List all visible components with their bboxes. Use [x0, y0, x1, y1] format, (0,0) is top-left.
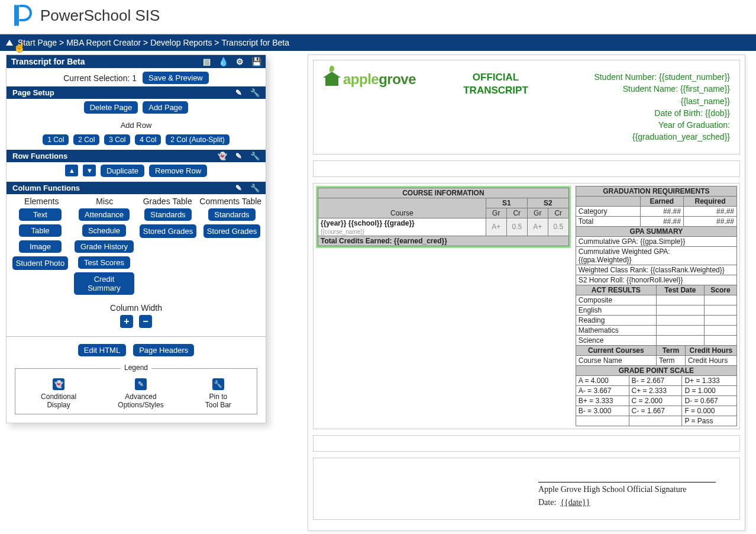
wrench-icon[interactable]: 🔧 [250, 88, 260, 97]
preview-spacer-1 [313, 160, 740, 177]
signature-section: Apple Grove High School Official Signatu… [313, 458, 740, 520]
app-title: PowerSchool SIS [40, 7, 160, 25]
breadcrumb-current[interactable]: Transcript for Beta [221, 38, 289, 47]
legend-advanced: ✎ Advanced Options/Styles [118, 378, 163, 409]
column-functions-bar: Column Functions ✎ 🔧 [7, 182, 266, 194]
delete-page-button[interactable]: Delete Page [84, 101, 138, 114]
element-table-button[interactable]: Table [19, 224, 62, 237]
preview-header-section: applegrove OFFICIAL TRANSCRIPT Student N… [313, 60, 740, 155]
element-image-button[interactable]: Image [19, 240, 62, 253]
comments-standards-button[interactable]: Standards [208, 208, 255, 221]
conditional-icon[interactable]: 👻 [218, 152, 227, 160]
course-info-table: COURSE INFORMATION Course S1 S2 Gr Cr Gr… [316, 186, 571, 248]
element-student-photo-button[interactable]: Student Photo [12, 256, 68, 270]
gear-icon[interactable]: ⚙ [235, 57, 244, 66]
current-selection-label: Current Selection: 1 [63, 73, 137, 83]
page-setup-bar: Page Setup ✎ 🔧 [7, 86, 266, 99]
pencil-icon-2[interactable]: ✎ [235, 152, 242, 160]
grades-stored-button[interactable]: Stored Grades [140, 224, 197, 238]
element-text-button[interactable]: Text [19, 208, 62, 221]
legend-title: Legend [121, 363, 151, 372]
col-auto-button[interactable]: 2 Col (Auto-Split) [166, 134, 229, 145]
wrench-icon-2[interactable]: 🔧 [250, 152, 260, 160]
wrench-icon-3[interactable]: 🔧 [250, 184, 260, 192]
save-icon[interactable]: 💾 [251, 57, 261, 66]
house-icon [323, 72, 341, 87]
breadcrumb-collapse-icon[interactable] [6, 40, 13, 46]
current-courses-table: Current Courses Term Credit Hours Course… [576, 345, 737, 366]
row-functions-bar: Row Functions 👻 ✎ 🔧 [7, 150, 266, 162]
app-header: PowerSchool SIS [0, 0, 756, 34]
remove-row-button[interactable]: Remove Row [149, 165, 207, 177]
col-1-button[interactable]: 1 Col [43, 134, 69, 145]
grad-requirements-table: GRADUATION REQUIREMENTS Earned Required … [576, 186, 737, 227]
col-header-grades: Grades Table [136, 197, 199, 206]
document-icon[interactable]: ▤ [202, 57, 211, 66]
add-row-label: Add Row [7, 118, 266, 132]
pencil-icon[interactable]: ✎ [235, 88, 242, 97]
grades-standards-button[interactable]: Standards [144, 208, 191, 221]
add-page-button[interactable]: Add Page [143, 101, 188, 114]
pencil-legend-icon: ✎ [135, 378, 147, 390]
grade-point-scale-table: GRADE POINT SCALE A = 4.000 B- = 2.667 D… [576, 365, 737, 426]
ink-icon[interactable]: 💧 [218, 57, 228, 66]
column-width-label: Column Width [7, 297, 266, 315]
breadcrumb-bar: Start Page > MBA Report Creator > Develo… [0, 34, 756, 51]
editor-panel: Transcript for Beta ▤ 💧 ⚙ 💾 Current Sele… [6, 54, 266, 423]
right-tables-column: GRADUATION REQUIREMENTS Earned Required … [576, 186, 737, 426]
misc-attendance-button[interactable]: Attendance [79, 208, 130, 221]
legend-box: Legend 👻 Conditional Display ✎ Advanced … [15, 368, 257, 414]
misc-grade-history-button[interactable]: Grade History [75, 240, 134, 253]
row-functions-label: Row Functions [12, 152, 67, 160]
col-4-button[interactable]: 4 Col [135, 134, 161, 145]
duplicate-button[interactable]: Duplicate [101, 165, 144, 177]
page-headers-button[interactable]: Page Headers [133, 344, 194, 356]
page-setup-label: Page Setup [12, 88, 54, 97]
legend-conditional: 👻 Conditional Display [41, 378, 76, 409]
col-header-elements: Elements [10, 197, 73, 206]
pencil-icon-3[interactable]: ✎ [235, 184, 242, 192]
breadcrumb-develop-reports[interactable]: Develop Reports [150, 38, 212, 47]
col-3-button[interactable]: 3 Col [104, 134, 130, 145]
editor-title-bar: Transcript for Beta ▤ 💧 ⚙ 💾 [7, 55, 266, 68]
misc-schedule-button[interactable]: Schedule [82, 224, 126, 237]
signature-school: Apple Grove High School Official Signatu… [538, 485, 716, 494]
legend-pin: 🔧 Pin to Tool Bar [205, 378, 231, 409]
preview-spacer-2 [313, 435, 740, 452]
col-2-button[interactable]: 2 Col [73, 134, 99, 145]
act-results-table: ACT RESULTS Test Date Score Composite En… [576, 285, 737, 346]
comments-stored-button[interactable]: Stored Grades [203, 224, 261, 238]
col-header-comments: Comments Table [199, 197, 263, 206]
move-down-button[interactable]: ▼ [83, 165, 96, 176]
breadcrumb-report-creator[interactable]: MBA Report Creator [66, 38, 141, 47]
app-logo-icon [12, 5, 33, 26]
school-logo: applegrove [323, 71, 447, 143]
wrench-legend-icon: 🔧 [212, 378, 224, 390]
edit-html-button[interactable]: Edit HTML [78, 344, 126, 356]
student-meta: Student Number: {{student_number}} Stude… [544, 71, 730, 143]
col-header-misc: Misc [73, 197, 137, 206]
move-up-button[interactable]: ▲ [65, 165, 78, 176]
save-preview-button[interactable]: Save & Preview [143, 72, 209, 84]
transcript-title: OFFICIAL TRANSCRIPT [454, 71, 537, 143]
gpa-summary-table: GPA SUMMARY Cummulative GPA: {{gpa.Simpl… [576, 226, 737, 285]
ghost-icon: 👻 [53, 378, 64, 390]
signature-date: Date: {{date}} [538, 498, 716, 507]
preview-panel: applegrove OFFICIAL TRANSCRIPT Student N… [308, 54, 745, 531]
editor-title: Transcript for Beta [11, 57, 202, 66]
misc-test-scores-button[interactable]: Test Scores [78, 256, 130, 269]
breadcrumb-start-page[interactable]: Start Page [18, 38, 57, 47]
width-minus-button[interactable]: − [139, 315, 152, 328]
width-plus-button[interactable]: + [120, 315, 133, 328]
misc-credit-summary-button[interactable]: Credit Summary [74, 272, 134, 295]
preview-tables-section: COURSE INFORMATION Course S1 S2 Gr Cr Gr… [313, 183, 740, 429]
column-functions-label: Column Functions [12, 184, 80, 192]
